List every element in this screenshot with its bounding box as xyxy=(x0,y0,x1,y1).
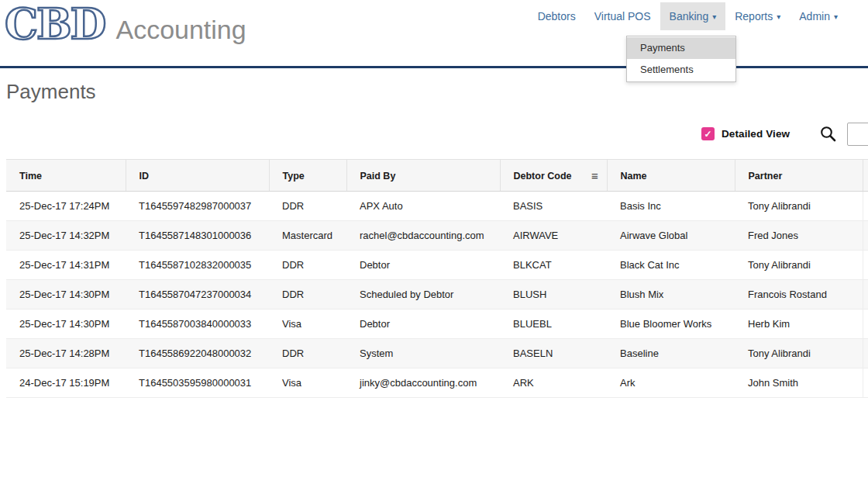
table-cell-spacer xyxy=(863,280,868,310)
table-cell: Ark xyxy=(607,368,735,398)
col-id[interactable]: ID xyxy=(126,160,269,192)
table-cell: BASIS xyxy=(500,192,607,221)
brand-logo: CBD Accounting xyxy=(5,0,246,50)
menu-item-payments[interactable]: Payments xyxy=(627,37,735,59)
caret-down-icon: ▾ xyxy=(834,13,838,21)
table-cell: 24-Dec-17 15:19PM xyxy=(6,368,126,398)
table-cell: 25-Dec-17 14:30PM xyxy=(6,310,126,339)
table-cell: Fred Jones xyxy=(735,221,863,251)
table-cell: Black Cat Inc xyxy=(607,251,735,280)
table-cell: Tony Alibrandi xyxy=(735,339,863,368)
brand-logo-suffix: Accounting xyxy=(115,15,246,45)
col-extra xyxy=(863,160,868,192)
nav-item-debtors[interactable]: Debtors xyxy=(529,2,585,30)
table-cell: BLUEBL xyxy=(500,310,607,339)
table-cell: DDR xyxy=(269,251,346,280)
table-cell: BLKCAT xyxy=(500,251,607,280)
table-cell: AIRWAVE xyxy=(500,221,607,251)
table-cell: T1645503595980000031 xyxy=(126,368,269,398)
table-cell: DDR xyxy=(269,280,346,310)
nav-item-admin[interactable]: Admin ▾ xyxy=(790,2,847,30)
nav-item-reports[interactable]: Reports ▾ xyxy=(725,2,790,30)
table-row: 25-Dec-17 14:32PMT1645587148301000036Mas… xyxy=(6,221,868,251)
search-icon[interactable] xyxy=(820,126,836,142)
table-row: 25-Dec-17 14:31PMT1645587102832000035DDR… xyxy=(6,251,868,280)
page-root: CBD Accounting Debtors Virtual POS Banki… xyxy=(0,0,868,498)
column-menu-icon[interactable]: ≡ xyxy=(591,169,598,182)
table-cell: Airwave Global xyxy=(607,221,735,251)
table-cell-spacer xyxy=(863,192,868,221)
table-cell: Mastercard xyxy=(269,221,346,251)
search-input[interactable] xyxy=(847,123,868,146)
payments-table: Time ID Type Paid By Debtor Code ≡ Name … xyxy=(6,159,868,398)
table-cell: John Smith xyxy=(735,368,863,398)
caret-down-icon: ▾ xyxy=(712,13,716,21)
table-cell: T1645587003840000033 xyxy=(126,310,269,339)
nav-item-label: Reports xyxy=(735,10,773,22)
nav-item-virtual-pos[interactable]: Virtual POS xyxy=(585,2,660,30)
table-row: 25-Dec-17 14:30PMT1645587003840000033Vis… xyxy=(6,310,868,339)
header-divider xyxy=(0,66,868,68)
table-cell: T1645586922048000032 xyxy=(126,339,269,368)
table-cell: Visa xyxy=(269,310,346,339)
table-cell: 25-Dec-17 14:28PM xyxy=(6,339,126,368)
table-cell: 25-Dec-17 14:32PM xyxy=(6,221,126,251)
check-icon: ✓ xyxy=(704,130,711,139)
table-row: 25-Dec-17 14:30PMT1645587047237000034DDR… xyxy=(6,280,868,310)
table-cell: Blush Mix xyxy=(607,280,735,310)
table-cell: Visa xyxy=(269,368,346,398)
col-name[interactable]: Name xyxy=(607,160,735,192)
table-cell: BASELN xyxy=(500,339,607,368)
table-row: 24-Dec-17 15:19PMT1645503595980000031Vis… xyxy=(6,368,868,398)
caret-down-icon: ▾ xyxy=(777,13,780,21)
detailed-view-label: Detailed View xyxy=(722,128,790,140)
table-cell-spacer xyxy=(863,310,868,339)
table-cell-spacer xyxy=(863,251,868,280)
detailed-view-toggle[interactable]: ✓ Detailed View xyxy=(701,127,790,140)
table-cell: DDR xyxy=(269,192,346,221)
col-paid-by[interactable]: Paid By xyxy=(346,160,500,192)
nav-item-label: Debtors xyxy=(538,10,576,22)
table-cell: ARK xyxy=(500,368,607,398)
table-cell: BLUSH xyxy=(500,280,607,310)
payments-table-wrap: Time ID Type Paid By Debtor Code ≡ Name … xyxy=(6,159,868,398)
table-cell: Basis Inc xyxy=(607,192,735,221)
nav-item-label: Virtual POS xyxy=(594,10,651,22)
table-cell: T1645587102832000035 xyxy=(126,251,269,280)
table-cell: Francois Rostand xyxy=(735,280,863,310)
table-cell: Tony Alibrandi xyxy=(735,192,863,221)
table-cell: rachel@cbdaccounting.com xyxy=(346,221,500,251)
col-debtor-code-label: Debtor Code xyxy=(514,171,572,182)
table-cell: Debtor xyxy=(346,251,500,280)
checkbox-checked-icon[interactable]: ✓ xyxy=(701,127,715,140)
table-cell: Scheduled by Debtor xyxy=(346,280,500,310)
table-cell-spacer xyxy=(863,221,868,251)
col-partner[interactable]: Partner xyxy=(735,160,863,192)
table-cell: 25-Dec-17 17:24PM xyxy=(6,192,126,221)
table-row: 25-Dec-17 17:24PMT1645597482987000037DDR… xyxy=(6,192,868,221)
payments-table-body: 25-Dec-17 17:24PMT1645597482987000037DDR… xyxy=(6,192,868,398)
table-cell: T1645587047237000034 xyxy=(126,280,269,310)
table-header-row: Time ID Type Paid By Debtor Code ≡ Name … xyxy=(6,160,868,192)
nav-item-label: Banking xyxy=(670,10,709,22)
table-cell: 25-Dec-17 14:30PM xyxy=(6,280,126,310)
table-cell: DDR xyxy=(269,339,346,368)
table-row: 25-Dec-17 14:28PMT1645586922048000032DDR… xyxy=(6,339,868,368)
table-cell: 25-Dec-17 14:31PM xyxy=(6,251,126,280)
col-type[interactable]: Type xyxy=(269,160,346,192)
table-cell-spacer xyxy=(863,339,868,368)
table-cell: APX Auto xyxy=(346,192,500,221)
table-cell-spacer xyxy=(863,368,868,398)
table-cell: Debtor xyxy=(346,310,500,339)
table-cell: Baseline xyxy=(607,339,735,368)
col-time[interactable]: Time xyxy=(6,160,126,192)
col-debtor-code[interactable]: Debtor Code ≡ xyxy=(500,160,607,192)
nav-item-label: Admin xyxy=(799,10,830,22)
banking-dropdown-menu: Payments Settlements xyxy=(626,36,736,82)
table-cell: T1645597482987000037 xyxy=(126,192,269,221)
main-nav: Debtors Virtual POS Banking ▾ Reports ▾ … xyxy=(529,2,847,30)
menu-item-settlements[interactable]: Settlements xyxy=(627,59,735,81)
table-cell: System xyxy=(346,339,500,368)
nav-item-banking[interactable]: Banking ▾ xyxy=(660,2,726,30)
table-cell: jinky@cbdaccounting.com xyxy=(346,368,500,398)
